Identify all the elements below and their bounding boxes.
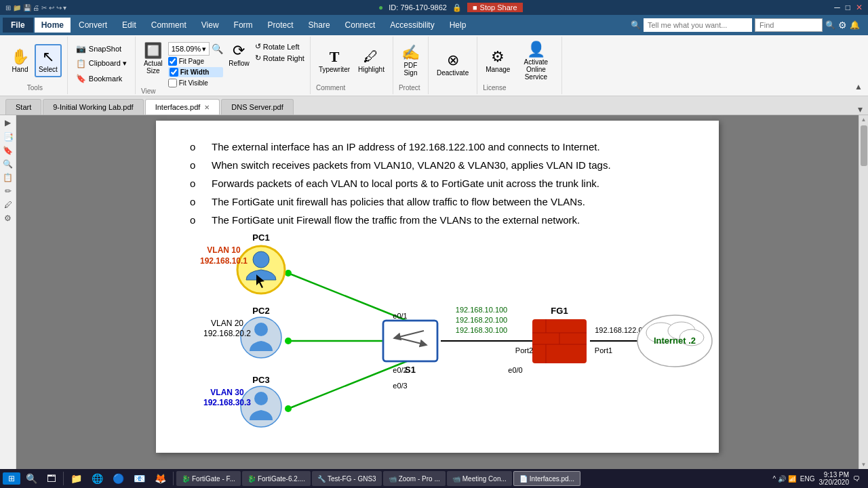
settings-icon[interactable]: ⚙ [838, 20, 847, 30]
rotate-left-button[interactable]: ↺ Rotate Left [255, 42, 304, 51]
tab-start[interactable]: Start [5, 99, 41, 115]
maximize-button[interactable]: □ [846, 3, 850, 12]
taskbar-meeting[interactable]: 📹 Meeting Con... [447, 471, 512, 486]
taskbar-zoom[interactable]: 📹 Zoom - Pro ... [383, 471, 446, 486]
tab-interfaces[interactable]: Interfaces.pdf ✕ [145, 99, 220, 115]
activate-online-button[interactable]: 👤 Activate Online Service [515, 38, 556, 83]
svg-point-6 [285, 338, 292, 344]
taskbar-chrome[interactable]: 🔵 [108, 472, 128, 485]
ribbon-group-protect: ✍ PDFSign Protect [393, 37, 429, 94]
taskbar-edge[interactable]: 🌐 [87, 472, 107, 485]
bullet-marker-5: o [190, 214, 203, 226]
stop-share-label: Stop Share [480, 3, 517, 12]
menu-item-file[interactable]: File [3, 18, 33, 33]
deactivate-label: Deactivate [437, 69, 469, 77]
sidebar-expand-icon[interactable]: ▶ [5, 118, 11, 127]
tray-icons: ^ 🔊 📶 [773, 475, 796, 483]
menu-item-share[interactable]: Share [302, 18, 337, 33]
ribbon-group-license: ⚙ Manage 👤 Activate Online Service Licen… [477, 37, 562, 94]
menu-item-connect[interactable]: Connect [338, 18, 382, 33]
menu-search-input[interactable] [644, 18, 752, 32]
zoom-out-icon[interactable]: 🔍 [212, 43, 223, 54]
pdf-sign-label: PDFSign [403, 62, 417, 77]
scroll-up-button[interactable]: ▲ [861, 117, 867, 123]
pdf-sign-button[interactable]: ✍ PDFSign [399, 41, 422, 79]
scroll-down-button[interactable]: ▼ [861, 462, 867, 468]
manage-button[interactable]: ⚙ Manage [483, 45, 513, 76]
menu-item-protect[interactable]: Protect [261, 18, 300, 33]
snapshot-button[interactable]: 📷 SnapShot [73, 43, 130, 55]
svg-point-15 [254, 323, 268, 336]
tab-initial-lab[interactable]: 9-Initial Working Lab.pdf [43, 99, 143, 115]
tab-expand-button[interactable]: ▾ [858, 104, 863, 115]
taskbar-fortigate2[interactable]: 🐉 FortiGate-6.2.... [242, 471, 311, 486]
menu-item-accessibility[interactable]: Accessibility [383, 18, 441, 33]
sidebar-icon-4[interactable]: 📋 [3, 173, 13, 182]
taskbar-gns3[interactable]: 🔧 Test-FG - GNS3 [312, 471, 382, 486]
menu-bar: File Home Convert Edit Comment View Form… [0, 15, 868, 35]
interfaces-pdf-icon: 📄 [519, 475, 528, 483]
highlight-button[interactable]: 🖊 Highlight [355, 45, 387, 76]
menu-item-home[interactable]: Home [35, 18, 71, 33]
svg-text:PC2: PC2 [252, 306, 269, 316]
stop-share-button[interactable]: ■ Stop Share [467, 3, 523, 12]
start-button[interactable]: ⊞ [3, 472, 20, 485]
svg-text:Port1: Port1 [595, 346, 612, 354]
fit-width-checkbox[interactable] [170, 68, 178, 77]
sidebar-icon-2[interactable]: 🔖 [3, 146, 13, 155]
sidebar-icon-5[interactable]: ✏ [5, 186, 12, 196]
deactivate-button[interactable]: ⊗ Deactivate [434, 49, 471, 79]
tray-time: 9:13 PM [819, 471, 850, 479]
fit-page-checkbox[interactable] [168, 57, 177, 66]
tab-dns-server[interactable]: DNS Server.pdf [221, 99, 293, 115]
pdf-viewport[interactable]: o The external interface has an IP addre… [16, 115, 859, 469]
menu-item-form[interactable]: Form [227, 18, 260, 33]
svg-text:192.168.10.100: 192.168.10.100 [456, 306, 507, 314]
sidebar-icon-7[interactable]: ⚙ [4, 214, 12, 223]
meeting-icon: 📹 [452, 475, 460, 483]
zoom-selector[interactable]: 158.09% ▾ [168, 42, 210, 56]
select-tool-button[interactable]: ↖ Select [35, 44, 62, 77]
minimize-button[interactable]: ─ [834, 3, 840, 12]
menu-item-edit[interactable]: Edit [115, 18, 143, 33]
bookmark-button[interactable]: 🔖 Bookmark [73, 73, 130, 85]
menu-item-convert[interactable]: Convert [72, 18, 114, 33]
hand-tool-button[interactable]: ✋ Hand [8, 45, 32, 76]
menu-item-view[interactable]: View [195, 18, 226, 33]
bullet-text-1: The external interface has an IP address… [212, 141, 600, 152]
ribbon-expand[interactable]: ▲ [854, 37, 865, 94]
taskbar-interfaces-pdf[interactable]: 📄 Interfaces.pd... [513, 471, 580, 486]
scroll-thumb[interactable] [861, 125, 867, 166]
reflow-label: Reflow [229, 60, 250, 67]
tray-notification[interactable]: 🗨 [853, 475, 860, 483]
ribbon-group-comment: T Typewriter 🖊 Highlight Comment [311, 37, 393, 94]
find-input[interactable] [755, 18, 823, 32]
fit-visible-checkbox[interactable] [168, 79, 177, 87]
taskbar-divider-2 [173, 472, 174, 485]
typewriter-button[interactable]: T Typewriter [316, 45, 353, 76]
taskbar-firefox[interactable]: 🦊 [151, 472, 170, 485]
taskbar-outlook[interactable]: 📧 [130, 472, 149, 485]
actual-size-button[interactable]: 🔲 ActualSize [141, 39, 165, 77]
taskbar-explorer[interactable]: 📁 [66, 472, 86, 485]
notification-icon[interactable]: 🔔 [850, 20, 860, 30]
scrollbar[interactable]: ▲ ▼ [859, 115, 868, 469]
clipboard-button[interactable]: 📋 Clipboard ▾ [73, 58, 130, 70]
taskbar-fortigate1[interactable]: 🐉 FortiGate - F... [176, 471, 241, 486]
sidebar-icon-1[interactable]: 📑 [3, 131, 13, 142]
task-view-button[interactable]: 🗔 [43, 472, 60, 485]
manage-label: Manage [486, 66, 510, 73]
search-button[interactable]: 🔍 [22, 472, 41, 485]
license-group-label: License [483, 84, 556, 92]
sidebar-icon-3[interactable]: 🔍 [3, 159, 13, 169]
rotate-right-button[interactable]: ↻ Rotate Right [255, 54, 304, 62]
sidebar-icon-6[interactable]: 🖊 [4, 200, 12, 209]
svg-text:e0/1: e0/1 [393, 312, 407, 320]
find-search-icon[interactable]: 🔍 [825, 20, 835, 30]
menu-item-help[interactable]: Help [443, 18, 473, 33]
reflow-button[interactable]: ⟳ Reflow [226, 39, 252, 70]
close-button[interactable]: ✕ [856, 3, 863, 12]
tab-close-icon[interactable]: ✕ [204, 104, 210, 111]
menu-item-comment[interactable]: Comment [144, 18, 193, 33]
session-info: ● ID: 796-170-9862 🔒 ■ Stop Share [378, 3, 523, 12]
